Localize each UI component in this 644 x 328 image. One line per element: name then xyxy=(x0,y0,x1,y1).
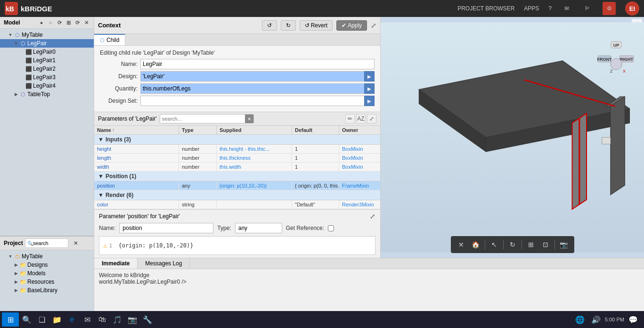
taskbar-mail-icon[interactable]: ✉ xyxy=(80,312,94,327)
apps-link[interactable]: APPS xyxy=(524,5,539,12)
tab-immediate[interactable]: Immediate xyxy=(94,258,138,269)
project-tree-item-models[interactable]: ▶ 📁 Models xyxy=(0,269,94,278)
taskbar-app2-icon[interactable]: 📷 xyxy=(125,312,139,327)
app-logo[interactable]: kB kBRiDGE xyxy=(5,2,52,15)
vt-zoom-btn[interactable]: ⊡ xyxy=(539,238,552,251)
project-tree-item-baselibrary[interactable]: ▶ 📁 BaseLibrary xyxy=(0,286,94,295)
project-tree-item-resources[interactable]: ▶ 📁 Resources xyxy=(0,278,94,286)
tab-child[interactable]: ⬡ Child xyxy=(94,34,125,45)
td-width-supplied: this.width xyxy=(217,163,292,171)
vt-rotate-btn[interactable]: ↻ xyxy=(506,238,519,251)
section-inputs[interactable]: ▼ Inputs (3) xyxy=(94,135,380,145)
vt-select-btn[interactable]: ↖ xyxy=(488,238,501,251)
taskbar-app1-icon[interactable]: 🎵 xyxy=(110,312,124,327)
param-detail-expand-icon[interactable]: ⤢ xyxy=(370,213,375,220)
undo-btn[interactable]: ↺ xyxy=(262,20,277,31)
model-icon-3[interactable]: ⟳ xyxy=(56,19,63,26)
quantity-btn[interactable]: ▶ xyxy=(364,83,375,94)
th-default[interactable]: Default xyxy=(292,126,339,134)
param-name-input[interactable] xyxy=(119,223,213,233)
param-type-input[interactable] xyxy=(235,223,282,233)
model-icon-1[interactable]: ● xyxy=(38,19,45,26)
table-row-position[interactable]: position any {origin: p(10,10,-20)} { or… xyxy=(94,181,380,190)
tree-item-legpair4[interactable]: ⬛ LegPair4 xyxy=(0,82,94,90)
quantity-input[interactable] xyxy=(140,83,364,94)
context-toolbar: Context ↺ ↻ ↺ Revert ✔ Apply ⤢ xyxy=(94,17,380,34)
settings-btn[interactable]: ⚙ xyxy=(603,2,616,15)
tree-item-legpair1[interactable]: ⬛ LegPair1 xyxy=(0,56,94,65)
tree-item-legpair2[interactable]: ⬛ LegPair2 xyxy=(0,65,94,73)
vt-home-btn[interactable]: 🏠 xyxy=(469,238,482,251)
table-row-color[interactable]: color string "Default" Render3Mixin xyxy=(94,200,380,209)
params-edit-icon[interactable]: ✏ xyxy=(345,114,355,123)
avatar[interactable]: EI xyxy=(625,1,639,16)
taskbar-search-icon[interactable]: 🔍 xyxy=(20,312,34,327)
compass-widget[interactable]: UP FRONT RIGHT X Z xyxy=(597,41,635,80)
design-btn[interactable]: ▶ xyxy=(364,71,375,82)
model-icon-close[interactable]: ✕ xyxy=(82,19,90,26)
taskbar-store-icon[interactable]: 🛍 xyxy=(95,312,109,327)
vt-fit-btn[interactable]: ⤧ xyxy=(455,238,468,251)
taskbar-notification-icon[interactable]: 💬 xyxy=(626,312,640,327)
mail-icon-btn[interactable]: ✉ xyxy=(561,3,572,14)
th-name[interactable]: Name ↑ xyxy=(94,126,179,134)
params-expand-icon[interactable]: ⤢ xyxy=(367,114,376,123)
project-close-icon[interactable]: ✕ xyxy=(72,239,80,247)
model-icon-2[interactable]: ○ xyxy=(47,19,54,26)
project-tree-item-designs[interactable]: ▶ 📁 Designs xyxy=(0,261,94,269)
section-inputs-label: Inputs (3) xyxy=(106,136,131,143)
th-supplied[interactable]: Supplied xyxy=(217,126,292,134)
param-getref-checkbox[interactable] xyxy=(328,225,334,231)
viewport-3d: ⤢ xyxy=(381,17,644,258)
apply-btn[interactable]: ✔ Apply xyxy=(336,20,367,31)
th-owner[interactable]: Owner xyxy=(339,126,380,134)
vt-pan-btn[interactable]: ⊞ xyxy=(524,238,538,251)
section-position[interactable]: ▼ Position (1) xyxy=(94,172,380,181)
tab-messages-log[interactable]: Messages Log xyxy=(138,258,190,269)
taskbar-start-btn[interactable]: ⊞ xyxy=(2,312,19,327)
revert-btn[interactable]: ↺ Revert xyxy=(300,20,333,31)
viewport-toolbar: ⤧ 🏠 ↖ ↻ ⊞ ⊡ 📷 xyxy=(451,236,574,253)
tree-item-mytable[interactable]: ▼ ⬡ MyTable xyxy=(0,31,94,39)
project-browser-link[interactable]: PROJECT BROWSER xyxy=(457,5,514,12)
project-search[interactable]: 🔍 xyxy=(25,238,68,248)
tree-item-tabletop[interactable]: ▶ ⬡ TableTop xyxy=(0,90,94,98)
redo-btn[interactable]: ↻ xyxy=(281,20,296,31)
name-input[interactable] xyxy=(140,59,375,69)
tree-item-legpair3[interactable]: ⬛ LegPair3 xyxy=(0,73,94,82)
model-icon-5[interactable]: ⟳ xyxy=(73,19,81,26)
vt-screenshot-btn[interactable]: 📷 xyxy=(557,238,571,251)
params-sort-icon[interactable]: AZ xyxy=(356,114,366,123)
taskbar-app3-icon[interactable]: 🔧 xyxy=(140,312,155,327)
code-content[interactable]: {origin: p(10,10,-20)} xyxy=(118,242,193,249)
tree-item-legpair0[interactable]: ⬛ LegPair0 xyxy=(0,48,94,56)
taskbar-edge-icon[interactable]: e xyxy=(65,312,79,327)
taskbar-sound-icon[interactable]: 🔊 xyxy=(589,312,603,327)
tree-icon-legpair0: ⬛ xyxy=(25,49,32,55)
taskbar-explorer-icon[interactable]: 📁 xyxy=(50,312,64,327)
section-render[interactable]: ▼ Render (6) xyxy=(94,190,380,200)
table-row-height[interactable]: height number this.height - this.thic...… xyxy=(94,145,380,154)
expand-icon[interactable]: ⤢ xyxy=(371,22,376,29)
undo-icon: ↺ xyxy=(267,22,272,29)
params-search-input[interactable] xyxy=(160,115,245,123)
params-search[interactable]: ✕ xyxy=(160,114,254,123)
params-search-clear[interactable]: ✕ xyxy=(245,115,253,123)
help-link[interactable]: ? xyxy=(548,5,552,12)
taskbar-taskview-icon[interactable]: ❑ xyxy=(35,312,49,327)
tree-item-legpair[interactable]: ▼ ⬡ LegPair xyxy=(0,39,94,48)
project-search-input[interactable] xyxy=(33,240,66,246)
table-row-length[interactable]: length number this.thickness 1 BoxMixin xyxy=(94,154,380,163)
designset-input[interactable] xyxy=(140,96,364,106)
quantity-input-group: ▶ xyxy=(140,83,375,94)
project-tree-item-mytable[interactable]: ▼ 🗀 MyTable xyxy=(0,252,94,261)
th-type[interactable]: Type xyxy=(179,126,217,134)
table-row-width[interactable]: width number this.width 1 BoxMixin xyxy=(94,163,380,172)
model-icon-4[interactable]: ⊞ xyxy=(65,19,72,26)
taskbar-network-icon[interactable]: 🌐 xyxy=(573,312,587,327)
taskbar-time[interactable]: 5:00 PM xyxy=(605,317,624,322)
params-table: Name ↑ Type Supplied Default xyxy=(94,126,380,209)
designset-btn[interactable]: ▶ xyxy=(364,96,375,106)
design-input[interactable] xyxy=(140,71,364,82)
flag-icon-btn[interactable]: 🏳 xyxy=(582,3,593,14)
